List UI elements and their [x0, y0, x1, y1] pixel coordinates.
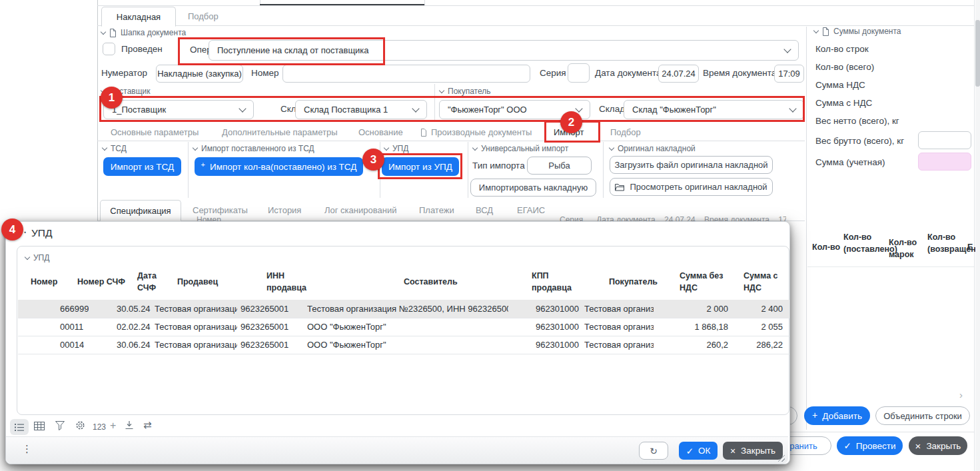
- check-icon: ✓: [843, 440, 851, 451]
- chevron-down-icon: [101, 29, 106, 34]
- accounting-sum-input[interactable]: [918, 153, 971, 171]
- chevron-down-icon: [384, 145, 389, 150]
- tab-main-params[interactable]: Основные параметры: [111, 127, 199, 137]
- post-button[interactable]: ✓ Провести: [837, 436, 903, 455]
- gross-weight-label: Вес брутто (всего), кг: [815, 136, 904, 146]
- numerator-label: Нумератор: [101, 68, 147, 78]
- import-from-upd-button[interactable]: Импорт из УПД: [382, 157, 459, 176]
- net-weight-label: Вес нетто (всего), кг: [815, 116, 899, 126]
- tab-invoice[interactable]: Накладная: [101, 7, 176, 27]
- supplier-warehouse-select[interactable]: Склад Поставщика 1: [295, 100, 427, 119]
- view-original-button[interactable]: Просмотреть оригинал накладной: [610, 178, 773, 196]
- table-row[interactable]: 00014 30.06.24 Тестовая организация № 96…: [18, 336, 789, 354]
- top-strip-active-indicator: [260, 4, 424, 5]
- scrollbar-track[interactable]: [975, 0, 980, 471]
- operation-value: Поступление на склад от поставщика: [217, 45, 369, 55]
- section-universal-import[interactable]: Универсальный импорт: [473, 144, 568, 153]
- filter-icon: [55, 421, 65, 430]
- section-tsd[interactable]: ТСД: [103, 144, 127, 153]
- chevron-down-icon: [25, 254, 30, 259]
- chevron-down-icon: [813, 27, 819, 33]
- add-row-button[interactable]: + Добавить: [804, 406, 870, 425]
- modal-close-button[interactable]: × Закрыть: [723, 442, 783, 460]
- numbers-toggle-button[interactable]: 123: [93, 422, 106, 432]
- section-tsd-qty[interactable]: Импорт поставленного из ТСД: [193, 144, 314, 153]
- spec-col-qty-returned: Кол-во (возвращено): [927, 231, 969, 255]
- load-original-file-button[interactable]: Загрузить файл оригинала накладной: [610, 156, 773, 174]
- spec-col-cut: Е: [967, 241, 973, 253]
- download-icon: [125, 420, 134, 430]
- section-buyer[interactable]: Покупатель: [440, 87, 490, 96]
- series-label: Серия: [540, 68, 566, 78]
- refresh-button[interactable]: ↻: [639, 442, 668, 460]
- col-compiler[interactable]: Составитель: [404, 266, 458, 297]
- qty-total-label: Кол-во (всего): [815, 62, 874, 72]
- number-label: Номер: [251, 68, 279, 78]
- annotation-circle-4: 4: [1, 219, 23, 240]
- settings-button[interactable]: [75, 420, 85, 430]
- chevron-down-icon: [472, 145, 478, 150]
- col-seller-kpp[interactable]: КПП продавца: [532, 266, 578, 297]
- document-icon: [420, 129, 427, 137]
- section-upd[interactable]: УПД: [384, 144, 408, 153]
- doc-date-field[interactable]: 24.07.24: [658, 65, 699, 83]
- refresh-icon: ↻: [650, 446, 658, 456]
- operation-select[interactable]: Поступление на склад от поставщика: [209, 40, 799, 61]
- section-doc-header[interactable]: Шапка документа: [101, 28, 186, 37]
- section-upd-modal[interactable]: УПД: [25, 253, 49, 262]
- col-schf-number[interactable]: Номер СЧФ: [77, 266, 125, 297]
- gross-weight-input[interactable]: [918, 131, 971, 149]
- import-from-tsd-button[interactable]: Импорт из ТСД: [103, 157, 181, 176]
- clipped-row-fragment: Накладные (закупка) Номер Серия Дата док…: [100, 214, 786, 221]
- tab-basis[interactable]: Основание: [358, 127, 403, 137]
- col-buyer[interactable]: Покупатель: [609, 266, 658, 297]
- buyer-warehouse-label: Склад: [599, 104, 625, 114]
- annotation-circle-1: 1: [101, 87, 123, 109]
- scroll-right-icon[interactable]: ›: [959, 389, 963, 400]
- number-input[interactable]: [282, 65, 530, 83]
- table-row[interactable]: 666999 30.05.24 Тестовая организация № 9…: [18, 300, 789, 318]
- chevron-down-icon: [439, 87, 444, 93]
- import-type-label: Тип импорта: [472, 161, 525, 171]
- kebab-menu-icon[interactable]: ⋮: [22, 443, 32, 455]
- section-original-invoice[interactable]: Оригинал накладной: [610, 144, 696, 153]
- doc-time-field[interactable]: 17:09: [774, 65, 804, 83]
- tab-selection[interactable]: Подбор: [188, 11, 219, 21]
- merge-rows-button[interactable]: Объединить строки: [875, 406, 970, 425]
- view-list-button[interactable]: [10, 419, 29, 435]
- tab-derived-docs[interactable]: Производные документы: [420, 127, 532, 137]
- filter-button[interactable]: [55, 421, 65, 430]
- view-grid-button[interactable]: [34, 422, 45, 430]
- buyer-warehouse-select[interactable]: Склад "ФьюженТорг": [624, 100, 804, 119]
- tab-specification[interactable]: Спецификация: [100, 200, 181, 221]
- import-invoice-button[interactable]: Импортировать накладную: [470, 179, 596, 197]
- import-qty-from-tsd-button[interactable]: + Импорт кол-ва(поставлено) из ТСД: [195, 157, 363, 176]
- tab-selection-2[interactable]: Подбор: [610, 127, 641, 137]
- series-input[interactable]: [568, 63, 590, 83]
- spec-col-qty-marks: Кол-во марок: [889, 236, 922, 260]
- carried-checkbox[interactable]: [103, 43, 115, 55]
- download-button[interactable]: [125, 420, 134, 430]
- rows-count-label: Кол-во строк: [815, 44, 869, 54]
- col-number[interactable]: Номер: [31, 266, 57, 297]
- close-icon: ×: [915, 440, 921, 452]
- annotation-circle-2: 2: [560, 111, 582, 133]
- add-column-button[interactable]: +: [110, 420, 116, 432]
- import-type-button[interactable]: Рыба: [527, 157, 592, 175]
- col-seller[interactable]: Продавец: [177, 266, 218, 297]
- ok-button[interactable]: ✓ ОК: [679, 442, 718, 460]
- col-seller-inn[interactable]: ИНН продавца: [266, 266, 313, 297]
- check-icon: ✓: [686, 446, 694, 456]
- supplier-select[interactable]: 1_Поставщик: [103, 100, 254, 119]
- numerator-field[interactable]: Накладные (закупка): [156, 65, 243, 83]
- sync-button[interactable]: ⇄: [143, 419, 152, 431]
- top-strip-divider: [97, 5, 974, 6]
- section-doc-sums[interactable]: Суммы документа: [814, 27, 901, 36]
- tab-additional-params[interactable]: Дополнительные параметры: [222, 127, 338, 137]
- col-sum-without-vat[interactable]: Сумма без НДС: [680, 266, 728, 297]
- close-document-button[interactable]: × Закрыть: [909, 436, 967, 455]
- table-row[interactable]: 00011 02.02.24 Тестовая организация № 96…: [18, 318, 789, 336]
- col-sum-with-vat[interactable]: Сумма с НДС: [743, 266, 785, 297]
- col-schf-date[interactable]: Дата СЧФ: [137, 266, 164, 297]
- scrollbar-thumb[interactable]: [975, 20, 980, 87]
